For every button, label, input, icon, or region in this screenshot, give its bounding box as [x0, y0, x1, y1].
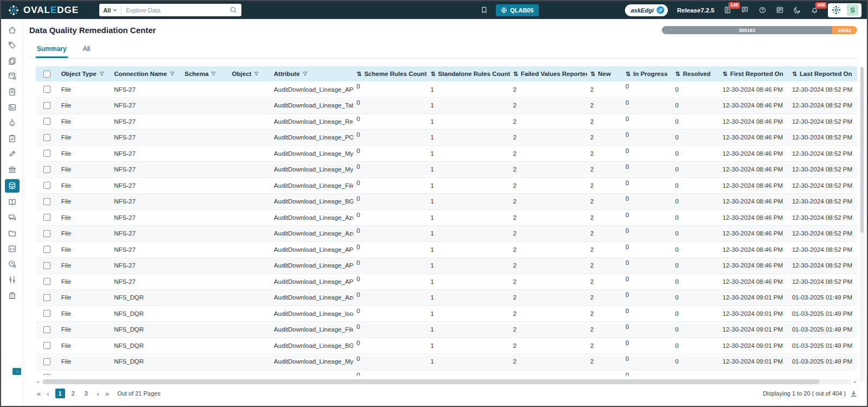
column-header[interactable]: ⇅Resolved: [672, 66, 719, 81]
sidebar-item-crawler[interactable]: [5, 117, 20, 129]
row-checkbox[interactable]: [43, 294, 50, 301]
cell-attribute[interactable]: AuditDownload_Lineage_Azureda...: [271, 370, 353, 376]
vertical-scrollbar-thumb[interactable]: [860, 67, 864, 233]
help-icon[interactable]: [758, 6, 767, 14]
page-number-button[interactable]: 1: [55, 389, 65, 398]
panel-expand-toggle[interactable]: →: [12, 368, 21, 375]
column-header[interactable]: Schema: [181, 66, 228, 81]
sidebar-item-query-sheet[interactable]: [5, 243, 20, 255]
page-number-button[interactable]: 3: [81, 389, 91, 398]
cell-attribute[interactable]: AuditDownload_Lineage_looker.U...: [271, 306, 353, 322]
row-checkbox[interactable]: [43, 118, 50, 125]
cell-attribute[interactable]: AuditDownload_Lineage_Azureda...: [271, 290, 353, 306]
column-header[interactable]: ⇅Last Reported On: [789, 66, 857, 81]
column-header[interactable]: Object: [229, 66, 271, 81]
sidebar-item-data-quality[interactable]: [5, 179, 20, 193]
row-checkbox[interactable]: [43, 86, 50, 93]
row-checkbox[interactable]: [43, 358, 50, 365]
sort-icon[interactable]: ⇅: [590, 71, 595, 77]
sidebar-item-reports[interactable]: [5, 101, 20, 113]
sidebar-item-projects[interactable]: [5, 227, 20, 239]
cell-attribute[interactable]: AuditDownload_Lineage_API.Dive...: [271, 258, 353, 274]
row-checkbox[interactable]: [43, 198, 50, 205]
search-icon[interactable]: [230, 7, 237, 14]
column-header[interactable]: Attribute: [271, 66, 353, 81]
filter-icon[interactable]: [99, 72, 104, 77]
previous-page-button[interactable]: ‹: [47, 390, 49, 397]
sort-icon[interactable]: ⇅: [723, 71, 727, 77]
row-checkbox[interactable]: [43, 182, 50, 189]
row-checkbox[interactable]: [43, 310, 50, 317]
row-checkbox[interactable]: [43, 262, 50, 269]
column-header[interactable]: ⇅Scheme Rules Count: [353, 66, 427, 81]
column-header[interactable]: ⇅New: [587, 66, 622, 81]
row-checkbox[interactable]: [43, 150, 50, 157]
notifications-icon[interactable]: 408: [810, 6, 819, 14]
filter-icon[interactable]: [170, 72, 175, 77]
sidebar-item-organization[interactable]: [5, 289, 20, 301]
cell-attribute[interactable]: AuditDownload_Lineage_Report_...: [271, 113, 353, 130]
sidebar-item-data-sources[interactable]: [5, 71, 20, 82]
sidebar-item-catalog[interactable]: [5, 55, 20, 67]
ask-edgi-button[interactable]: askEdgi: [625, 4, 668, 16]
hscroll-right-arrow[interactable]: ►: [853, 380, 857, 384]
sidebar-item-tools[interactable]: [5, 274, 20, 286]
column-header[interactable]: Connection Name: [111, 66, 181, 81]
sort-icon[interactable]: ⇅: [356, 71, 361, 77]
cell-attribute[interactable]: AuditDownload_Lineage_API.Proj...: [271, 241, 353, 258]
next-page-button[interactable]: ›: [97, 390, 99, 397]
cell-attribute[interactable]: AuditDownload_Lineage_Azureda...: [271, 226, 353, 242]
environment-badge[interactable]: QLAB05: [496, 4, 538, 16]
first-page-button[interactable]: «: [37, 390, 41, 397]
sidebar-item-collaboration[interactable]: [5, 212, 20, 224]
sidebar-item-governance[interactable]: [5, 163, 20, 175]
sort-icon[interactable]: ⇅: [792, 71, 797, 77]
filter-icon[interactable]: [254, 72, 259, 77]
sidebar-item-glossary[interactable]: [5, 196, 20, 208]
column-header[interactable]: ⇅First Reported On: [719, 66, 789, 81]
row-checkbox[interactable]: [43, 246, 50, 253]
cell-attribute[interactable]: AuditDownload_Lineage_BG_NFS...: [271, 338, 353, 354]
download-icon[interactable]: [850, 390, 857, 397]
cell-attribute[interactable]: AuditDownload_Lineage_Azureda...: [271, 209, 353, 226]
row-checkbox[interactable]: [43, 134, 50, 141]
cell-attribute[interactable]: AuditDownload_Lineage_API_TES...: [271, 274, 353, 290]
sort-icon[interactable]: ⇅: [513, 71, 518, 77]
row-checkbox[interactable]: [43, 342, 50, 349]
sort-icon[interactable]: ⇅: [626, 71, 630, 77]
settings-gear-icon[interactable]: [831, 5, 841, 15]
user-avatar[interactable]: S: [847, 4, 858, 16]
row-checkbox[interactable]: [43, 166, 50, 173]
cell-attribute[interactable]: AuditDownload_Lineage_BG_NFS...: [271, 194, 353, 210]
row-checkbox[interactable]: [43, 230, 50, 237]
tasks-icon[interactable]: 145: [724, 6, 732, 14]
brand-logo[interactable]: OVALEDGE: [8, 4, 79, 16]
sidebar-item-tasks[interactable]: [5, 132, 20, 144]
hscroll-track[interactable]: [42, 379, 851, 384]
column-header[interactable]: ⇅In Progress: [622, 66, 672, 81]
cell-attribute[interactable]: AuditDownload_Lineage_API_Attri...: [271, 81, 353, 98]
search-scope-dropdown[interactable]: All: [99, 7, 121, 14]
row-checkbox[interactable]: [43, 102, 50, 109]
messages-icon[interactable]: [741, 6, 749, 14]
cell-attribute[interactable]: AuditDownload_Lineage_POSTGR...: [271, 130, 353, 146]
cell-attribute[interactable]: AuditDownload_Lineage_Mysql.in...: [271, 354, 353, 370]
sidebar-item-home[interactable]: [5, 24, 20, 36]
column-header[interactable]: ⇅Standalone Rules Count: [427, 66, 509, 81]
tab-all[interactable]: All: [82, 43, 91, 58]
sort-icon[interactable]: ⇅: [675, 71, 680, 77]
filter-icon[interactable]: [211, 72, 216, 77]
dark-mode-icon[interactable]: [793, 6, 801, 14]
news-icon[interactable]: [776, 6, 784, 14]
cell-attribute[interactable]: AuditDownload_Lineage_File_Col...: [271, 322, 353, 338]
hscroll-thumb[interactable]: [43, 379, 820, 384]
cell-attribute[interactable]: AuditDownload_Lineage_File_Col...: [271, 177, 353, 194]
last-page-button[interactable]: »: [105, 390, 109, 397]
column-header[interactable]: Object Type: [58, 66, 111, 81]
row-checkbox[interactable]: [43, 278, 50, 285]
search-input[interactable]: [122, 7, 230, 14]
sidebar-item-certification[interactable]: [5, 148, 20, 160]
hscroll-left-arrow[interactable]: ◄: [36, 380, 40, 384]
filter-icon[interactable]: [303, 72, 308, 77]
vertical-scrollbar[interactable]: [860, 66, 864, 382]
